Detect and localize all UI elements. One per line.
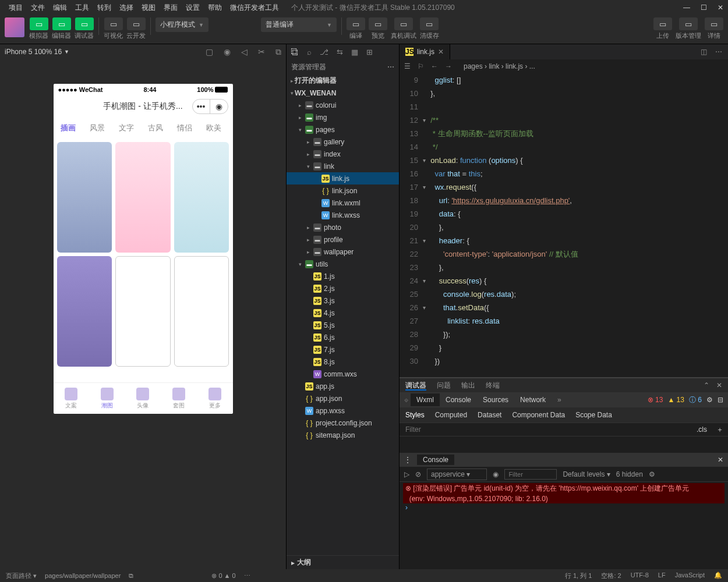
tabbar-item[interactable]: 潮图 bbox=[101, 388, 114, 410]
close-icon[interactable]: ✕ bbox=[716, 381, 722, 389]
tree-item-img[interactable]: ▸▬img bbox=[287, 111, 399, 123]
panel-tab-问题[interactable]: 问题 bbox=[437, 381, 451, 389]
tool-清缓存[interactable]: ▭清缓存 bbox=[420, 17, 439, 40]
page-path[interactable]: pages/wallpaper/wallpaper bbox=[45, 572, 121, 579]
eol[interactable]: LF bbox=[658, 572, 666, 580]
tree-item-app.json[interactable]: { }app.json bbox=[287, 392, 399, 404]
category-tab[interactable]: 风景 bbox=[83, 123, 112, 133]
tree-item-comm.wxs[interactable]: Wcomm.wxs bbox=[287, 368, 399, 380]
console-filter-input[interactable] bbox=[504, 469, 557, 480]
tree-item-6.js[interactable]: JS6.js bbox=[287, 331, 399, 343]
style-filter-input[interactable] bbox=[400, 425, 692, 434]
back-icon[interactable]: ← bbox=[431, 62, 438, 70]
avatar[interactable] bbox=[5, 17, 24, 37]
category-tab[interactable]: 欧美 bbox=[199, 123, 228, 133]
menu-dots-icon[interactable]: ••• bbox=[193, 100, 210, 113]
tool-预览[interactable]: ▭预览 bbox=[369, 17, 387, 40]
menu-项目[interactable]: 项目 bbox=[5, 3, 27, 12]
menu-文件[interactable]: 文件 bbox=[27, 3, 49, 12]
style-tab-Styles[interactable]: Styles bbox=[405, 411, 425, 419]
menu-设置[interactable]: 设置 bbox=[182, 3, 204, 12]
tool-版本管理[interactable]: ▭版本管理 bbox=[676, 17, 701, 40]
device-icon[interactable]: ▢ bbox=[206, 47, 213, 57]
error-badge[interactable]: ⊗ 13 bbox=[648, 396, 663, 404]
list-icon[interactable]: ☰ bbox=[404, 62, 411, 70]
tree-item-link[interactable]: ▾▬link bbox=[287, 160, 399, 172]
mode-select[interactable]: 小程序模式▼ bbox=[156, 17, 208, 32]
tool-编辑器[interactable]: ▭编辑器 bbox=[52, 17, 71, 40]
tree-item-gallery[interactable]: ▸▬gallery bbox=[287, 136, 399, 148]
panel-tab-调试器[interactable]: 调试器 bbox=[405, 381, 426, 391]
more-icon[interactable]: ⋯ bbox=[715, 48, 722, 56]
tabbar-item[interactable]: 文案 bbox=[65, 388, 77, 410]
layout-icon[interactable]: ▦ bbox=[351, 48, 358, 56]
warn-badge[interactable]: ▲ 13 bbox=[667, 396, 684, 404]
tool-调试器[interactable]: ▭调试器 bbox=[75, 17, 94, 40]
devtools-tab-Sources[interactable]: Sources bbox=[477, 393, 514, 406]
hidden-count[interactable]: 6 hidden bbox=[616, 470, 643, 478]
console-tab[interactable]: Console bbox=[417, 455, 454, 465]
clear-icon[interactable]: ⊘ bbox=[415, 470, 421, 478]
tabbar-item[interactable]: 头像 bbox=[136, 388, 149, 410]
category-tab[interactable]: 插画 bbox=[54, 123, 83, 133]
tool-可视化[interactable]: ▭可视化 bbox=[104, 17, 123, 40]
project-section[interactable]: ▾WX_WENAN bbox=[287, 87, 399, 99]
menu-工具[interactable]: 工具 bbox=[71, 3, 93, 12]
minimize-icon[interactable]: ― bbox=[683, 3, 690, 12]
tree-item-project.config.json[interactable]: { }project.config.json bbox=[287, 417, 399, 429]
branch-icon[interactable]: ⎇ bbox=[320, 48, 328, 56]
diff-icon[interactable]: ⇆ bbox=[337, 48, 343, 56]
capsule[interactable]: •••◉ bbox=[192, 99, 228, 114]
tree-item-5.js[interactable]: JS5.js bbox=[287, 319, 399, 331]
close-tab-icon[interactable]: ✕ bbox=[438, 48, 444, 56]
tree-item-3.js[interactable]: JS3.js bbox=[287, 294, 399, 307]
wallpaper-card[interactable] bbox=[57, 142, 112, 253]
tree-item-app.js[interactable]: JSapp.js bbox=[287, 380, 399, 392]
menu-视图[interactable]: 视图 bbox=[137, 3, 160, 12]
devtools-tab-Wxml[interactable]: Wxml bbox=[411, 393, 440, 406]
search-icon[interactable]: ⌕ bbox=[307, 48, 312, 56]
page-path-label[interactable]: 页面路径 ▾ bbox=[6, 572, 37, 580]
panel-tab-输出[interactable]: 输出 bbox=[461, 381, 475, 389]
more-icon[interactable]: ⋮ bbox=[404, 456, 411, 464]
tool-云开发[interactable]: ▭云开发 bbox=[126, 17, 146, 40]
more-icon[interactable]: ⋯ bbox=[244, 572, 250, 580]
editor-tab[interactable]: JS link.js ✕ bbox=[400, 44, 450, 59]
tool-详情[interactable]: ▭详情 bbox=[705, 17, 723, 40]
more-tabs-icon[interactable]: » bbox=[557, 396, 561, 404]
record-icon[interactable]: ◉ bbox=[224, 47, 231, 57]
tree-item-link.wxss[interactable]: Wlink.wxss bbox=[287, 209, 399, 221]
console-prompt[interactable]: › bbox=[403, 503, 725, 512]
menu-帮助[interactable]: 帮助 bbox=[204, 3, 226, 12]
cursor-pos[interactable]: 行 1, 列 1 bbox=[565, 572, 592, 580]
device-select[interactable]: iPhone 5 100% 16 bbox=[5, 48, 62, 56]
gear-icon[interactable]: ⚙ bbox=[649, 470, 655, 478]
style-tab-Computed[interactable]: Computed bbox=[435, 411, 467, 419]
tree-item-sitemap.json[interactable]: { }sitemap.json bbox=[287, 429, 399, 441]
category-tab[interactable]: 情侣 bbox=[170, 123, 199, 133]
tree-item-1.js[interactable]: JS1.js bbox=[287, 270, 399, 282]
encoding[interactable]: UTF-8 bbox=[631, 572, 649, 580]
more-icon[interactable]: ⋯ bbox=[387, 63, 394, 71]
levels-select[interactable]: Default levels ▾ bbox=[563, 470, 610, 478]
ext-icon[interactable]: ⊞ bbox=[366, 48, 373, 56]
cut-icon[interactable]: ✂ bbox=[258, 47, 265, 57]
add-icon[interactable]: ＋ bbox=[712, 425, 728, 435]
wallpaper-card[interactable] bbox=[115, 142, 171, 253]
tool-模拟器[interactable]: ▭模拟器 bbox=[29, 17, 48, 40]
tree-item-wallpaper[interactable]: ▸▬wallpaper bbox=[287, 246, 399, 258]
tree-item-2.js[interactable]: JS2.js bbox=[287, 282, 399, 294]
category-tab[interactable]: 文字 bbox=[112, 123, 141, 133]
problems[interactable]: ⊗ 0 ▲ 0 bbox=[211, 572, 235, 580]
chevron-up-icon[interactable]: ⌃ bbox=[704, 381, 709, 389]
style-tab-Scope Data[interactable]: Scope Data bbox=[575, 411, 612, 419]
tree-item-link.json[interactable]: { }link.json bbox=[287, 184, 399, 197]
mute-icon[interactable]: ◁ bbox=[241, 47, 248, 57]
style-tab-Component Data[interactable]: Component Data bbox=[512, 411, 565, 419]
compile-select[interactable]: 普通编译▼ bbox=[261, 17, 337, 32]
tool-真机调试[interactable]: ▭真机调试 bbox=[391, 17, 416, 40]
tree-item-colorui[interactable]: ▸▬colorui bbox=[287, 99, 399, 111]
opened-editors-section[interactable]: ▸打开的编辑器 bbox=[287, 74, 399, 87]
bookmark-icon[interactable]: ⚐ bbox=[418, 62, 424, 70]
wallpaper-card[interactable] bbox=[57, 256, 112, 367]
